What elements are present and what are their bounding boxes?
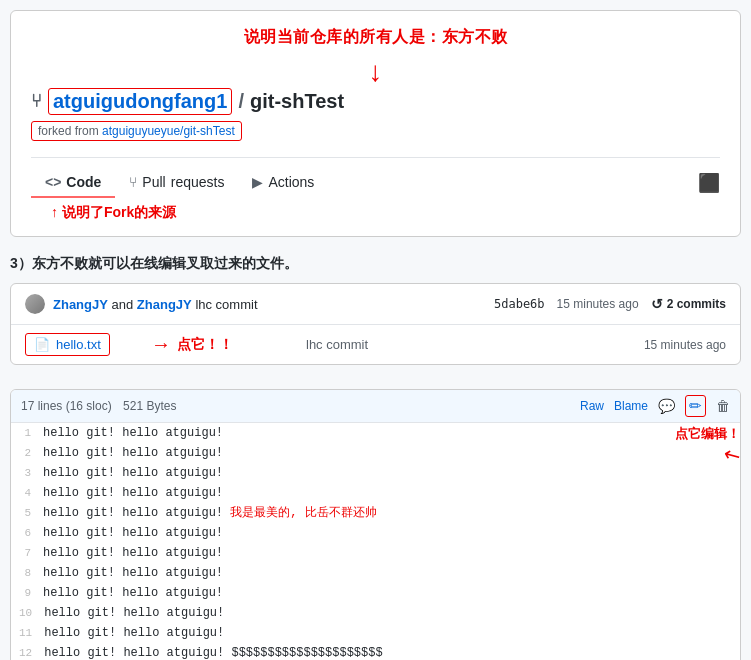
code-line-10: 10 hello git! hello atguigu! xyxy=(11,603,740,623)
code-line-5: 5 hello git! hello atguigu! 我是最美的, 比岳不群还… xyxy=(11,503,740,523)
code-line-1: 1 hello git! hello atguigu! xyxy=(11,423,740,443)
file-icon: 📄 xyxy=(34,337,50,352)
code-view-box: 17 lines (16 sloc) 521 Bytes Raw Blame 💬… xyxy=(10,389,741,660)
forked-from-label: forked from xyxy=(38,124,99,138)
line-code-6: hello git! hello atguigu! xyxy=(43,524,223,542)
repo-name: git-shTest xyxy=(250,90,344,113)
line-num-8: 8 xyxy=(11,564,43,582)
nav-tabs: <> Code ⑂ Pull requests ▶ Actions ⬛ xyxy=(31,157,720,198)
commit-author-info: ZhangJY and ZhangJY lhc commit xyxy=(25,294,258,314)
line-num-9: 9 xyxy=(11,584,43,602)
fork-info-box: 说明当前仓库的所有人是：东方不败 ↓ ⑂ atguigudongfang1 / … xyxy=(10,10,741,237)
file-name: hello.txt xyxy=(56,337,101,352)
line-num-5: 5 xyxy=(11,504,43,522)
line-code-3: hello git! hello atguigu! xyxy=(43,464,223,482)
commits-count-label: 2 commits xyxy=(667,297,726,311)
code-line-3: 3 hello git! hello atguigu! xyxy=(11,463,740,483)
line-code-11: hello git! hello atguigu! xyxy=(44,624,224,642)
repo-title-row: ⑂ atguigudongfang1 / git-shTest xyxy=(31,88,720,115)
line-num-6: 6 xyxy=(11,524,43,542)
file-commit-msg: lhc commit xyxy=(306,337,368,352)
code-line-8: 8 hello git! hello atguigu! xyxy=(11,563,740,583)
code-line-12: 12 hello git! hello atguigu! $$$$$$$$$$$… xyxy=(11,643,740,660)
arrow-right-icon: → xyxy=(151,333,171,356)
line-num-7: 7 xyxy=(11,544,43,562)
fork-source-text: 说明了Fork的来源 xyxy=(62,204,176,220)
tab-actions-label: Actions xyxy=(268,174,314,190)
code-line-7: 7 hello git! hello atguigu! xyxy=(11,543,740,563)
author2-link[interactable]: ZhangJY xyxy=(137,297,192,312)
line-code-4: hello git! hello atguigu! xyxy=(43,484,223,502)
commit-meta-right: 5dabe6b 15 minutes ago ↺ 2 commits xyxy=(494,296,726,312)
line-num-2: 2 xyxy=(11,444,43,462)
commit-author-name: ZhangJY and ZhangJY lhc commit xyxy=(53,297,258,312)
line-code-5: hello git! hello atguigu! 我是最美的, 比岳不群还帅 xyxy=(43,504,377,522)
tab-code-label: Code xyxy=(66,174,101,190)
commits-count: ↺ 2 commits xyxy=(651,296,726,312)
edit-arrow-icon: ↖ xyxy=(718,440,741,469)
line-code-9: hello git! hello atguigu! xyxy=(43,584,223,602)
click-label: 点它！！ xyxy=(177,336,233,354)
annotation-owner: 说明当前仓库的所有人是：东方不败 xyxy=(31,27,720,48)
fork-icon: ⑂ xyxy=(31,91,42,112)
code-line-9: 9 hello git! hello atguigu! xyxy=(11,583,740,603)
raw-button[interactable]: Raw xyxy=(580,399,604,413)
line-num-12: 12 xyxy=(11,644,44,660)
forked-from-link[interactable]: atguiguyueyue/git-shTest xyxy=(102,124,235,138)
commit-box: ZhangJY and ZhangJY lhc commit 5dabe6b 1… xyxy=(10,283,741,365)
arrow-down-indicator: ↓ xyxy=(31,58,720,86)
code-line-2: 2 hello git! hello atguigu! xyxy=(11,443,740,463)
code-body: 1 hello git! hello atguigu! 2 hello git!… xyxy=(11,423,740,660)
lines-info: 17 lines (16 sloc) xyxy=(21,399,112,413)
code-line-6: 6 hello git! hello atguigu! xyxy=(11,523,740,543)
history-icon: ↺ xyxy=(651,296,663,312)
line-num-3: 3 xyxy=(11,464,43,482)
tab-code[interactable]: <> Code xyxy=(31,168,115,198)
repo-owner-link[interactable]: atguigudongfang1 xyxy=(48,88,232,115)
line-code-1: hello git! hello atguigu! xyxy=(43,424,223,442)
file-time: 15 minutes ago xyxy=(644,338,726,352)
arrow-up-small: ↑ xyxy=(51,204,58,220)
line-code-10: hello git! hello atguigu! xyxy=(44,604,224,622)
blame-button[interactable]: Blame xyxy=(614,399,648,413)
code-line-4: 4 hello git! hello atguigu! xyxy=(11,483,740,503)
tab-actions[interactable]: ▶ Actions xyxy=(238,168,328,198)
repo-slash: / xyxy=(238,90,244,113)
fork-source-annotation: ↑ 说明了Fork的来源 xyxy=(51,204,720,222)
file-annotation-group: → 点它！！ xyxy=(151,333,233,356)
line-code-8: hello git! hello atguigu! xyxy=(43,564,223,582)
line-num-4: 4 xyxy=(11,484,43,502)
line-num-11: 11 xyxy=(11,624,44,642)
commit-header: ZhangJY and ZhangJY lhc commit 5dabe6b 1… xyxy=(11,284,740,325)
line-code-2: hello git! hello atguigu! xyxy=(43,444,223,462)
highlighted-text: 我是最美的, 比岳不群还帅 xyxy=(230,506,376,520)
comment-icon[interactable]: 💬 xyxy=(658,398,675,414)
code-header-right: Raw Blame 💬 ✏ 🗑 点它编辑！ ↖ xyxy=(580,395,730,417)
line-code-12: hello git! hello atguigu! $$$$$$$$$$$$$$… xyxy=(44,644,382,660)
line-code-7: hello git! hello atguigu! xyxy=(43,544,223,562)
forked-from-row: forked from atguiguyueyue/git-shTest xyxy=(31,121,242,141)
and-text: and xyxy=(112,297,137,312)
tab-pull-requests-label: Pull xyxy=(142,174,165,190)
line-num-10: 10 xyxy=(11,604,44,622)
step3-label: 3）东方不败就可以在线编辑叉取过来的文件。 xyxy=(10,255,741,273)
code-header: 17 lines (16 sloc) 521 Bytes Raw Blame 💬… xyxy=(11,390,740,423)
author1-link[interactable]: ZhangJY xyxy=(53,297,108,312)
file-row: 📄 hello.txt → 点它！！ lhc commit 15 minutes… xyxy=(11,325,740,364)
code-icon: <> xyxy=(45,174,61,190)
code-line-11: 11 hello git! hello atguigu! xyxy=(11,623,740,643)
delete-icon[interactable]: 🗑 xyxy=(716,398,730,414)
pull-request-icon: ⑂ xyxy=(129,174,137,190)
tab-pull-requests-label2: requests xyxy=(171,174,225,190)
line-num-1: 1 xyxy=(11,424,43,442)
graph-icon: ⬛ xyxy=(698,172,720,194)
arrow-down-icon: ↓ xyxy=(369,58,383,86)
edit-icon[interactable]: ✏ xyxy=(685,395,706,417)
commit-time: 15 minutes ago xyxy=(557,297,639,311)
file-size: 521 Bytes xyxy=(123,399,176,413)
file-name-box[interactable]: 📄 hello.txt xyxy=(25,333,110,356)
tab-pull-requests[interactable]: ⑂ Pull requests xyxy=(115,168,238,198)
commit-hash: 5dabe6b xyxy=(494,297,545,311)
actions-play-icon: ▶ xyxy=(252,174,263,190)
avatar xyxy=(25,294,45,314)
